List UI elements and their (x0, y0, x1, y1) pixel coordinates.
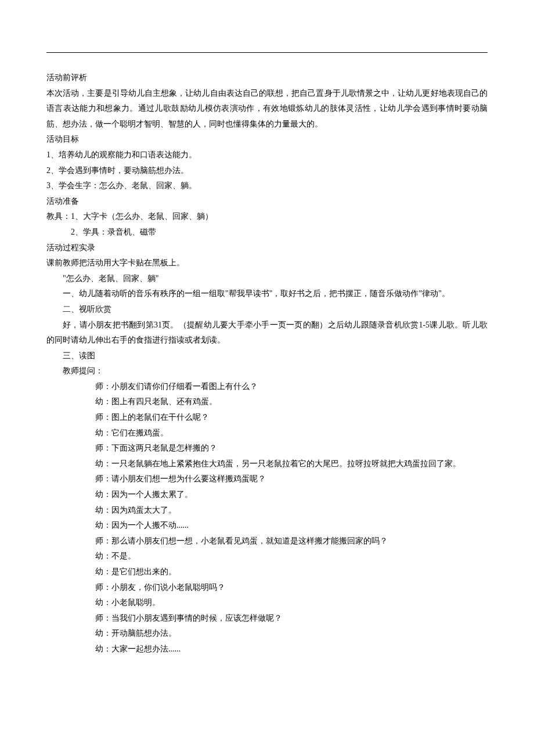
dialogue-line: 幼：因为一个人搬不动...... (46, 518, 488, 534)
process-cards: "怎么办、老鼠、回家、躺" (46, 271, 488, 287)
process-step3-sub: 教师提问： (46, 363, 488, 379)
analysis-body: 本次活动，主要是引导幼儿自主想象，让幼儿自由表达自己的联想，把自己置身于儿歌情景… (46, 86, 488, 132)
dialogue-line: 幼：因为一个人搬太累了。 (46, 487, 488, 503)
dialogue-line: 师：小朋友，你们说小老鼠聪明吗？ (46, 580, 488, 596)
top-rule (46, 52, 488, 53)
goal-item-1: 1、培养幼儿的观察能力和口语表达能力。 (46, 147, 488, 163)
dialogue-line: 幼：是它们想出来的。 (46, 564, 488, 580)
process-step3-title: 三、读图 (46, 348, 488, 364)
dialogue-line: 师：下面这两只老鼠是怎样搬的？ (46, 441, 488, 456)
goal-item-3: 3、学会生字：怎么办、老鼠、回家、躺。 (46, 178, 488, 194)
process-step2-title: 二、视听欣赏 (46, 302, 488, 318)
goals-title: 活动目标 (46, 132, 488, 147)
dialogue-line: 师：请小朋友们想一想为什么要这样搬鸡蛋呢？ (46, 471, 488, 487)
process-pre: 课前教师把活动用大字卡贴在黑板上。 (46, 255, 488, 271)
analysis-title: 活动前评析 (46, 70, 488, 86)
dialogue-line: 师：那么请小朋友们想一想，小老鼠看见鸡蛋，就知道是这样搬才能搬回家的吗？ (46, 534, 488, 549)
dialogue-line: 幼：它们在搬鸡蛋。 (46, 426, 488, 441)
prep-line-1: 教具：1、大字卡（怎么办、老鼠、回家、躺） (46, 209, 488, 225)
dialogue-line: 幼：开动脑筋想办法。 (46, 626, 488, 642)
dialogue-line: 幼：因为鸡蛋太大了。 (46, 503, 488, 519)
prep-line-2: 2、学具：录音机、磁带 (46, 225, 488, 240)
dialogue-line: 师：小朋友们请你们仔细看一看图上有什么？ (46, 379, 488, 395)
dialogue-line: 幼：大家一起想办法...... (46, 642, 488, 657)
goal-item-2: 2、学会遇到事情时，要动脑筋想办法。 (46, 163, 488, 179)
dialogue-line: 师：图上的老鼠们在干什么呢？ (46, 410, 488, 426)
dialogue-line: 幼：不是。 (46, 549, 488, 564)
dialogue-line: 幼：图上有四只老鼠、还有鸡蛋。 (46, 394, 488, 410)
dialogue-line: 师：当我们小朋友遇到事情的时候，应该怎样做呢？ (46, 611, 488, 627)
dialogue-line: 幼：一只老鼠躺在地上紧紧抱住大鸡蛋，另一只老鼠拉着它的大尾巴。拉呀拉呀就把大鸡蛋… (46, 456, 488, 472)
prep-title: 活动准备 (46, 194, 488, 210)
process-step2-body: 好，请小朋友把书翻到第31页。（提醒幼儿要大手牵小手一页一页的翻）之后幼儿跟随录… (46, 318, 488, 348)
process-title: 活动过程实录 (46, 240, 488, 256)
process-step1: 一、幼儿随着动听的音乐有秩序的一组一组取"帮我早读书"，取好书之后，把书摆正，随… (46, 286, 488, 302)
dialogue-line: 幼：小老鼠聪明。 (46, 595, 488, 611)
